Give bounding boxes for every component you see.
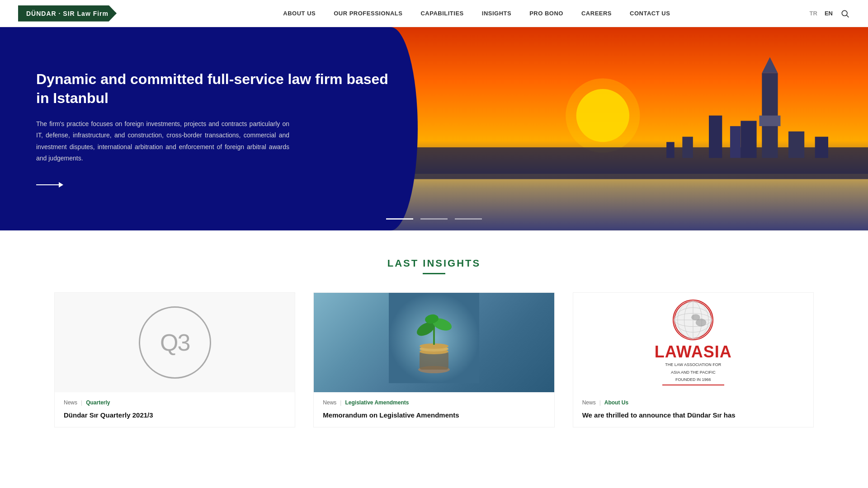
svg-point-4 bbox=[566, 79, 640, 153]
svg-rect-16 bbox=[666, 142, 675, 158]
hero-content: Dynamic and committed full-service law f… bbox=[0, 27, 434, 230]
nav-item-contact-us[interactable]: CONTACT US bbox=[630, 10, 670, 17]
insights-underline bbox=[423, 273, 445, 274]
insights-cards-grid: Q3 News | Quarterly Dündar Sır Quarterly… bbox=[54, 292, 814, 427]
coins-visual bbox=[314, 293, 554, 392]
svg-rect-12 bbox=[741, 121, 756, 158]
card-3-category: About Us bbox=[604, 399, 628, 406]
carousel-dots bbox=[386, 218, 482, 220]
lawasia-logo: LAWASIA THE LAW ASSOCIATION FOR ASIA AND… bbox=[655, 300, 732, 385]
card-1-image: Q3 bbox=[55, 293, 295, 392]
svg-rect-9 bbox=[759, 116, 780, 126]
lang-en-button[interactable]: EN bbox=[825, 10, 833, 17]
search-icon bbox=[840, 9, 849, 18]
svg-rect-13 bbox=[788, 131, 804, 158]
card-3-body: News | About Us We are thrilled to annou… bbox=[573, 392, 813, 427]
search-button[interactable] bbox=[840, 9, 850, 19]
card-1-news-tag: News bbox=[64, 399, 77, 406]
nav-item-about-us[interactable]: ABOUT US bbox=[283, 10, 316, 17]
card-2-category: Legislative Amendments bbox=[345, 399, 409, 406]
hero-title: Dynamic and committed full-service law f… bbox=[36, 70, 398, 108]
insight-card-3[interactable]: LAWASIA THE LAW ASSOCIATION FOR ASIA AND… bbox=[573, 292, 814, 427]
card-1-meta: News | Quarterly bbox=[64, 399, 286, 406]
globe-svg bbox=[674, 300, 712, 340]
arrow-line bbox=[36, 184, 59, 185]
hero-image bbox=[391, 27, 868, 230]
nav-item-insights[interactable]: INSIGHTS bbox=[482, 10, 511, 17]
card-2-body: News | Legislative Amendments Memorandum… bbox=[314, 392, 554, 427]
hero-section: Dynamic and committed full-service law f… bbox=[0, 27, 868, 230]
header-right: TR EN bbox=[810, 9, 850, 19]
insight-card-1[interactable]: Q3 News | Quarterly Dündar Sır Quarterly… bbox=[54, 292, 295, 427]
card-1-body: News | Quarterly Dündar Sır Quarterly 20… bbox=[55, 392, 295, 427]
svg-rect-11 bbox=[730, 126, 741, 158]
lawasia-visual: LAWASIA THE LAW ASSOCIATION FOR ASIA AND… bbox=[573, 293, 813, 392]
q3-label: Q3 bbox=[160, 329, 189, 356]
svg-line-1 bbox=[847, 15, 849, 17]
hero-description: The firm's practice focuses on foreign i… bbox=[36, 118, 289, 164]
card-1-title: Dündar Sır Quarterly 2021/3 bbox=[64, 410, 286, 420]
site-logo[interactable]: DÜNDAR · SIR Law Firm bbox=[18, 5, 117, 22]
header: DÜNDAR · SIR Law Firm ABOUT USOUR PROFES… bbox=[0, 0, 868, 27]
svg-point-0 bbox=[842, 10, 847, 16]
carousel-dot-1[interactable] bbox=[386, 218, 413, 220]
card-2-meta: News | Legislative Amendments bbox=[323, 399, 545, 406]
card-1-sep: | bbox=[81, 399, 82, 406]
nav-item-pro-bono[interactable]: PRO BONO bbox=[529, 10, 563, 17]
card-3-meta: News | About Us bbox=[582, 399, 804, 406]
card-3-sep: | bbox=[599, 399, 601, 406]
svg-rect-15 bbox=[682, 137, 693, 158]
card-2-news-tag: News bbox=[323, 399, 336, 406]
card-1-category: Quarterly bbox=[86, 399, 110, 406]
hero-arrow-link[interactable] bbox=[36, 182, 398, 188]
hero-bg-visual bbox=[391, 27, 868, 230]
svg-rect-14 bbox=[815, 137, 828, 158]
arrow-head-icon bbox=[59, 182, 63, 188]
insights-section: LAST INSIGHTS Q3 News | Quarterly Dündar… bbox=[0, 230, 868, 446]
insight-card-2[interactable]: News | Legislative Amendments Memorandum… bbox=[313, 292, 554, 427]
q3-circle: Q3 bbox=[139, 306, 211, 379]
card-3-image: LAWASIA THE LAW ASSOCIATION FOR ASIA AND… bbox=[573, 293, 813, 392]
insights-title: LAST INSIGHTS bbox=[54, 258, 814, 269]
carousel-dot-3[interactable] bbox=[455, 218, 482, 220]
card-2-title: Memorandum on Legislative Amendments bbox=[323, 410, 545, 420]
card-3-title: We are thrilled to announce that Dündar … bbox=[582, 410, 804, 420]
nav-item-careers[interactable]: CAREERS bbox=[581, 10, 612, 17]
lawasia-bottom-line bbox=[662, 385, 724, 385]
lawasia-sub2: ASIA AND THE PACIFIC bbox=[655, 370, 732, 375]
nav-item-our-professionals[interactable]: OUR PROFESSIONALS bbox=[334, 10, 402, 17]
svg-point-35 bbox=[691, 314, 700, 320]
lang-tr-button[interactable]: TR bbox=[810, 10, 817, 17]
svg-rect-10 bbox=[709, 116, 722, 158]
card-2-image bbox=[314, 293, 554, 392]
lawasia-sub1: THE LAW ASSOCIATION FOR bbox=[655, 362, 732, 368]
nav-item-capabilities[interactable]: CAPABILITIES bbox=[420, 10, 463, 17]
coins-svg bbox=[389, 293, 479, 383]
carousel-dot-2[interactable] bbox=[420, 218, 448, 220]
istanbul-svg bbox=[391, 27, 868, 230]
lawasia-name-text: LAWASIA bbox=[655, 344, 732, 360]
main-nav: ABOUT USOUR PROFESSIONALSCAPABILITIESINS… bbox=[144, 10, 810, 17]
card-3-news-tag: News bbox=[582, 399, 596, 406]
card-2-sep: | bbox=[340, 399, 341, 406]
svg-rect-5 bbox=[391, 174, 868, 230]
lawasia-sub3: FOUNDED IN 1966 bbox=[655, 377, 732, 383]
lawasia-globe bbox=[673, 300, 713, 340]
logo-wrapper: DÜNDAR · SIR Law Firm bbox=[18, 5, 117, 22]
svg-rect-7 bbox=[762, 73, 778, 158]
